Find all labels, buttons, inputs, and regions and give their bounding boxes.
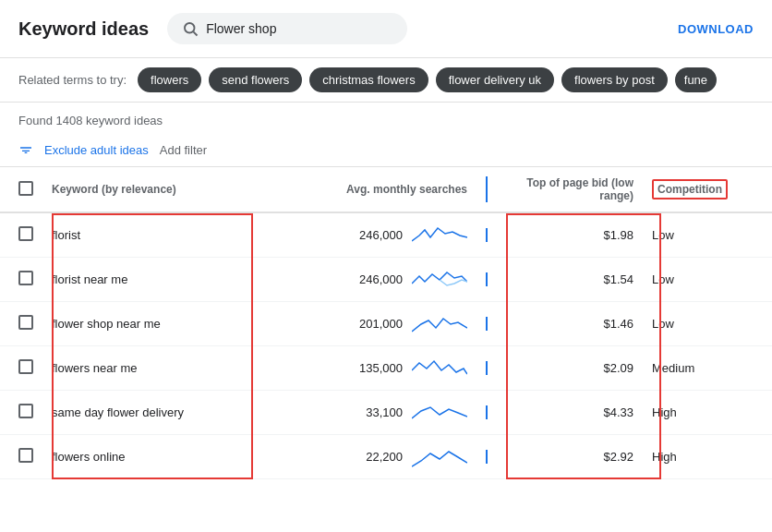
row-check-0[interactable] xyxy=(18,226,52,244)
header: Keyword ideas DOWNLOAD xyxy=(0,0,772,58)
row-keyword-0: florist xyxy=(52,228,301,242)
found-count: Found 1408 keyword ideas xyxy=(0,103,772,135)
row-bid-5: $2.92 xyxy=(486,450,643,464)
row-check-4[interactable] xyxy=(18,404,52,421)
row-bid-4: $4.33 xyxy=(486,405,643,419)
table-header-row: Keyword (by relevance) Avg. monthly sear… xyxy=(0,167,772,213)
row-searches-num-4: 33,100 xyxy=(366,405,403,419)
row-searches-3: 135,000 xyxy=(301,356,486,381)
row-bid-0: $1.98 xyxy=(486,228,643,242)
row-keyword-3: flowers near me xyxy=(52,361,301,375)
row-check-1[interactable] xyxy=(18,271,52,288)
chip-flower-delivery-uk[interactable]: flower delivery uk xyxy=(436,67,554,92)
header-keyword: Keyword (by relevance) xyxy=(52,183,301,196)
row-competition-2: Low xyxy=(643,317,754,331)
row-competition-3: Medium xyxy=(643,361,754,375)
add-filter-button[interactable]: Add filter xyxy=(160,143,207,157)
select-all-checkbox[interactable] xyxy=(18,181,33,196)
competition-header-box: Competition xyxy=(652,179,728,200)
search-input[interactable] xyxy=(206,21,372,36)
search-icon xyxy=(182,20,199,37)
sparkline-5 xyxy=(412,444,467,470)
row-keyword-2: flower shop near me xyxy=(52,317,301,331)
table-row: same day flower delivery 33,100 $4.33 Hi… xyxy=(0,391,772,435)
chip-more[interactable]: fune xyxy=(675,67,717,92)
row-searches-num-1: 246,000 xyxy=(359,272,403,286)
row-bid-1: $1.54 xyxy=(486,272,643,286)
row-keyword-1: florist near me xyxy=(52,272,301,286)
row-checkbox-3[interactable] xyxy=(18,359,33,374)
header-check[interactable] xyxy=(18,181,52,199)
chip-flowers[interactable]: flowers xyxy=(138,67,201,92)
row-searches-num-0: 246,000 xyxy=(359,228,403,242)
filter-row: Exclude adult ideas Add filter xyxy=(0,135,772,167)
row-checkbox-2[interactable] xyxy=(18,315,33,330)
sparkline-2 xyxy=(412,311,467,337)
sparkline-3 xyxy=(412,356,467,381)
table-row: flowers online 22,200 $2.92 High xyxy=(0,435,772,479)
chip-send-flowers[interactable]: send flowers xyxy=(209,67,302,92)
header-competition: Competition xyxy=(643,179,754,200)
row-searches-num-3: 135,000 xyxy=(359,361,403,375)
chip-flowers-by-post[interactable]: flowers by post xyxy=(561,67,668,92)
row-check-5[interactable] xyxy=(18,448,52,466)
row-bid-3: $2.09 xyxy=(486,361,643,375)
row-searches-0: 246,000 xyxy=(301,223,486,248)
row-checkbox-1[interactable] xyxy=(18,271,33,285)
table-row: florist near me 246,000 $1.54 Low xyxy=(0,258,772,302)
filter-icon xyxy=(18,142,33,157)
row-keyword-5: flowers online xyxy=(52,450,301,464)
found-count-text: Found 1408 keyword ideas xyxy=(18,114,163,127)
sparkline-0 xyxy=(412,223,467,248)
row-searches-4: 33,100 xyxy=(301,400,486,426)
exclude-adult-link[interactable]: Exclude adult ideas xyxy=(44,143,149,157)
row-searches-num-2: 201,000 xyxy=(359,317,403,331)
related-label: Related terms to try: xyxy=(18,73,127,87)
header-searches: Avg. monthly searches xyxy=(301,183,486,196)
search-box[interactable] xyxy=(167,13,407,44)
download-button[interactable]: DOWNLOAD xyxy=(678,22,754,36)
row-checkbox-0[interactable] xyxy=(18,226,33,241)
row-competition-4: High xyxy=(643,405,754,419)
related-terms-bar: Related terms to try: flowers send flowe… xyxy=(0,58,772,103)
row-check-3[interactable] xyxy=(18,359,52,377)
row-searches-1: 246,000 xyxy=(301,267,486,293)
row-searches-2: 201,000 xyxy=(301,311,486,337)
row-searches-5: 22,200 xyxy=(301,444,486,470)
sparkline-4 xyxy=(412,400,467,426)
row-competition-0: Low xyxy=(643,228,754,242)
sparkline-1 xyxy=(412,267,467,293)
row-checkbox-5[interactable] xyxy=(18,448,33,463)
row-competition-1: Low xyxy=(643,272,754,286)
header-bid: Top of page bid (low range) xyxy=(486,176,643,202)
table-row: flower shop near me 201,000 $1.46 Low xyxy=(0,302,772,346)
row-competition-5: High xyxy=(643,450,754,464)
row-checkbox-4[interactable] xyxy=(18,404,33,418)
row-keyword-4: same day flower delivery xyxy=(52,405,301,419)
chip-christmas-flowers[interactable]: christmas flowers xyxy=(309,67,428,92)
table-row: flowers near me 135,000 $2.09 Medium xyxy=(0,346,772,391)
svg-line-1 xyxy=(194,31,198,35)
keyword-table: Keyword (by relevance) Avg. monthly sear… xyxy=(0,167,772,479)
svg-point-0 xyxy=(185,23,195,33)
page-title: Keyword ideas xyxy=(18,18,149,40)
row-searches-num-5: 22,200 xyxy=(366,450,403,464)
row-check-2[interactable] xyxy=(18,315,52,332)
table-row: florist 246,000 $1.98 Low xyxy=(0,213,772,258)
table-body: florist 246,000 $1.98 Low florist near m… xyxy=(0,213,772,479)
row-bid-2: $1.46 xyxy=(486,317,643,331)
